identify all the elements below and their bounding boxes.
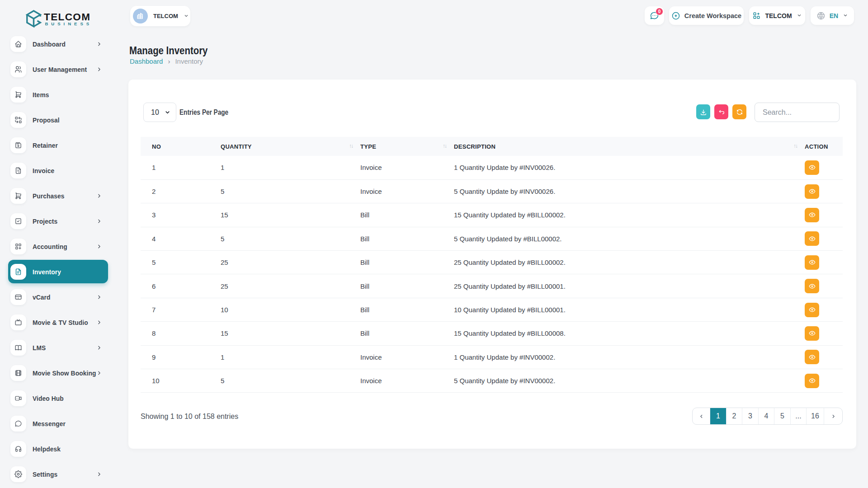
svg-text:BUSINESS: BUSINESS — [45, 21, 93, 26]
svg-text:TELCOM: TELCOM — [44, 11, 90, 23]
